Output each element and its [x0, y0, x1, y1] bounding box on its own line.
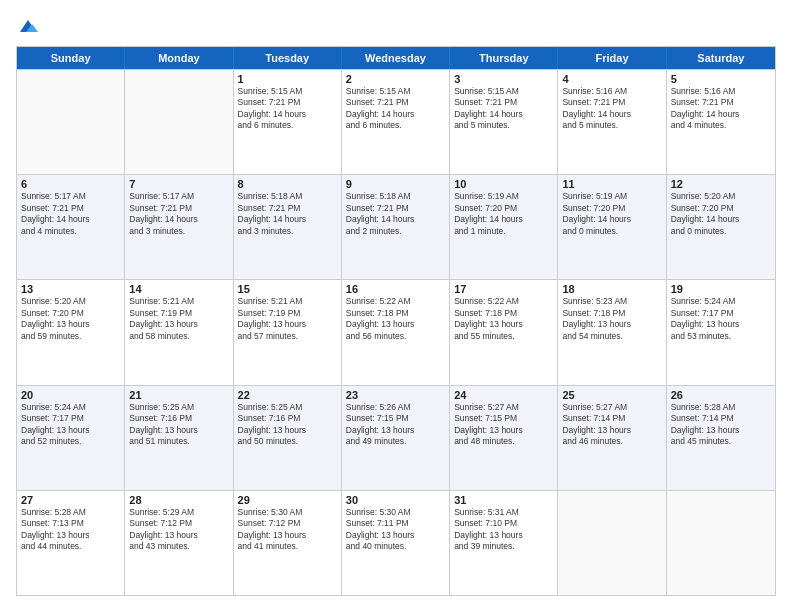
cell-content: Sunrise: 5:20 AM Sunset: 7:20 PM Dayligh…	[21, 296, 120, 342]
cell-content: Sunrise: 5:29 AM Sunset: 7:12 PM Dayligh…	[129, 507, 228, 553]
day-number: 31	[454, 494, 553, 506]
calendar-week-5: 27Sunrise: 5:28 AM Sunset: 7:13 PM Dayli…	[17, 490, 775, 595]
table-row: 29Sunrise: 5:30 AM Sunset: 7:12 PM Dayli…	[234, 491, 342, 595]
cell-content: Sunrise: 5:18 AM Sunset: 7:21 PM Dayligh…	[238, 191, 337, 237]
table-row: 5Sunrise: 5:16 AM Sunset: 7:21 PM Daylig…	[667, 70, 775, 174]
table-row	[17, 70, 125, 174]
table-row: 19Sunrise: 5:24 AM Sunset: 7:17 PM Dayli…	[667, 280, 775, 384]
table-row: 12Sunrise: 5:20 AM Sunset: 7:20 PM Dayli…	[667, 175, 775, 279]
cell-content: Sunrise: 5:15 AM Sunset: 7:21 PM Dayligh…	[238, 86, 337, 132]
table-row: 21Sunrise: 5:25 AM Sunset: 7:16 PM Dayli…	[125, 386, 233, 490]
cell-content: Sunrise: 5:28 AM Sunset: 7:14 PM Dayligh…	[671, 402, 771, 448]
cell-content: Sunrise: 5:19 AM Sunset: 7:20 PM Dayligh…	[562, 191, 661, 237]
calendar-week-1: 1Sunrise: 5:15 AM Sunset: 7:21 PM Daylig…	[17, 69, 775, 174]
day-number: 13	[21, 283, 120, 295]
cell-content: Sunrise: 5:23 AM Sunset: 7:18 PM Dayligh…	[562, 296, 661, 342]
table-row: 14Sunrise: 5:21 AM Sunset: 7:19 PM Dayli…	[125, 280, 233, 384]
table-row: 1Sunrise: 5:15 AM Sunset: 7:21 PM Daylig…	[234, 70, 342, 174]
cell-content: Sunrise: 5:25 AM Sunset: 7:16 PM Dayligh…	[238, 402, 337, 448]
day-number: 28	[129, 494, 228, 506]
cell-content: Sunrise: 5:30 AM Sunset: 7:11 PM Dayligh…	[346, 507, 445, 553]
day-header-sunday: Sunday	[17, 47, 125, 69]
cell-content: Sunrise: 5:16 AM Sunset: 7:21 PM Dayligh…	[671, 86, 771, 132]
day-header-wednesday: Wednesday	[342, 47, 450, 69]
cell-content: Sunrise: 5:22 AM Sunset: 7:18 PM Dayligh…	[346, 296, 445, 342]
table-row: 20Sunrise: 5:24 AM Sunset: 7:17 PM Dayli…	[17, 386, 125, 490]
table-row: 30Sunrise: 5:30 AM Sunset: 7:11 PM Dayli…	[342, 491, 450, 595]
day-number: 7	[129, 178, 228, 190]
cell-content: Sunrise: 5:17 AM Sunset: 7:21 PM Dayligh…	[129, 191, 228, 237]
day-header-friday: Friday	[558, 47, 666, 69]
day-number: 5	[671, 73, 771, 85]
day-number: 16	[346, 283, 445, 295]
calendar-header: SundayMondayTuesdayWednesdayThursdayFrid…	[17, 47, 775, 69]
day-number: 2	[346, 73, 445, 85]
table-row: 6Sunrise: 5:17 AM Sunset: 7:21 PM Daylig…	[17, 175, 125, 279]
logo	[16, 16, 38, 36]
day-header-thursday: Thursday	[450, 47, 558, 69]
day-number: 24	[454, 389, 553, 401]
day-number: 17	[454, 283, 553, 295]
table-row: 4Sunrise: 5:16 AM Sunset: 7:21 PM Daylig…	[558, 70, 666, 174]
cell-content: Sunrise: 5:18 AM Sunset: 7:21 PM Dayligh…	[346, 191, 445, 237]
day-number: 4	[562, 73, 661, 85]
header	[16, 16, 776, 36]
day-number: 26	[671, 389, 771, 401]
day-header-monday: Monday	[125, 47, 233, 69]
calendar-week-3: 13Sunrise: 5:20 AM Sunset: 7:20 PM Dayli…	[17, 279, 775, 384]
cell-content: Sunrise: 5:15 AM Sunset: 7:21 PM Dayligh…	[346, 86, 445, 132]
day-header-tuesday: Tuesday	[234, 47, 342, 69]
table-row: 16Sunrise: 5:22 AM Sunset: 7:18 PM Dayli…	[342, 280, 450, 384]
day-number: 3	[454, 73, 553, 85]
day-number: 1	[238, 73, 337, 85]
calendar: SundayMondayTuesdayWednesdayThursdayFrid…	[16, 46, 776, 596]
table-row: 25Sunrise: 5:27 AM Sunset: 7:14 PM Dayli…	[558, 386, 666, 490]
cell-content: Sunrise: 5:30 AM Sunset: 7:12 PM Dayligh…	[238, 507, 337, 553]
table-row: 22Sunrise: 5:25 AM Sunset: 7:16 PM Dayli…	[234, 386, 342, 490]
cell-content: Sunrise: 5:21 AM Sunset: 7:19 PM Dayligh…	[129, 296, 228, 342]
cell-content: Sunrise: 5:15 AM Sunset: 7:21 PM Dayligh…	[454, 86, 553, 132]
table-row: 8Sunrise: 5:18 AM Sunset: 7:21 PM Daylig…	[234, 175, 342, 279]
table-row: 27Sunrise: 5:28 AM Sunset: 7:13 PM Dayli…	[17, 491, 125, 595]
day-number: 15	[238, 283, 337, 295]
cell-content: Sunrise: 5:22 AM Sunset: 7:18 PM Dayligh…	[454, 296, 553, 342]
table-row	[558, 491, 666, 595]
day-number: 10	[454, 178, 553, 190]
cell-content: Sunrise: 5:19 AM Sunset: 7:20 PM Dayligh…	[454, 191, 553, 237]
cell-content: Sunrise: 5:27 AM Sunset: 7:14 PM Dayligh…	[562, 402, 661, 448]
day-number: 18	[562, 283, 661, 295]
day-number: 8	[238, 178, 337, 190]
day-number: 23	[346, 389, 445, 401]
cell-content: Sunrise: 5:26 AM Sunset: 7:15 PM Dayligh…	[346, 402, 445, 448]
cell-content: Sunrise: 5:25 AM Sunset: 7:16 PM Dayligh…	[129, 402, 228, 448]
day-number: 19	[671, 283, 771, 295]
table-row: 7Sunrise: 5:17 AM Sunset: 7:21 PM Daylig…	[125, 175, 233, 279]
day-number: 6	[21, 178, 120, 190]
page: SundayMondayTuesdayWednesdayThursdayFrid…	[0, 0, 792, 612]
day-number: 22	[238, 389, 337, 401]
calendar-body: 1Sunrise: 5:15 AM Sunset: 7:21 PM Daylig…	[17, 69, 775, 595]
table-row: 28Sunrise: 5:29 AM Sunset: 7:12 PM Dayli…	[125, 491, 233, 595]
day-number: 21	[129, 389, 228, 401]
day-number: 12	[671, 178, 771, 190]
table-row	[125, 70, 233, 174]
table-row: 24Sunrise: 5:27 AM Sunset: 7:15 PM Dayli…	[450, 386, 558, 490]
day-number: 14	[129, 283, 228, 295]
day-number: 25	[562, 389, 661, 401]
day-number: 30	[346, 494, 445, 506]
table-row: 13Sunrise: 5:20 AM Sunset: 7:20 PM Dayli…	[17, 280, 125, 384]
logo-icon	[18, 16, 38, 36]
cell-content: Sunrise: 5:21 AM Sunset: 7:19 PM Dayligh…	[238, 296, 337, 342]
cell-content: Sunrise: 5:28 AM Sunset: 7:13 PM Dayligh…	[21, 507, 120, 553]
table-row: 15Sunrise: 5:21 AM Sunset: 7:19 PM Dayli…	[234, 280, 342, 384]
day-header-saturday: Saturday	[667, 47, 775, 69]
calendar-week-4: 20Sunrise: 5:24 AM Sunset: 7:17 PM Dayli…	[17, 385, 775, 490]
cell-content: Sunrise: 5:27 AM Sunset: 7:15 PM Dayligh…	[454, 402, 553, 448]
cell-content: Sunrise: 5:24 AM Sunset: 7:17 PM Dayligh…	[21, 402, 120, 448]
table-row: 23Sunrise: 5:26 AM Sunset: 7:15 PM Dayli…	[342, 386, 450, 490]
table-row: 18Sunrise: 5:23 AM Sunset: 7:18 PM Dayli…	[558, 280, 666, 384]
table-row: 31Sunrise: 5:31 AM Sunset: 7:10 PM Dayli…	[450, 491, 558, 595]
table-row: 3Sunrise: 5:15 AM Sunset: 7:21 PM Daylig…	[450, 70, 558, 174]
table-row: 17Sunrise: 5:22 AM Sunset: 7:18 PM Dayli…	[450, 280, 558, 384]
table-row: 2Sunrise: 5:15 AM Sunset: 7:21 PM Daylig…	[342, 70, 450, 174]
